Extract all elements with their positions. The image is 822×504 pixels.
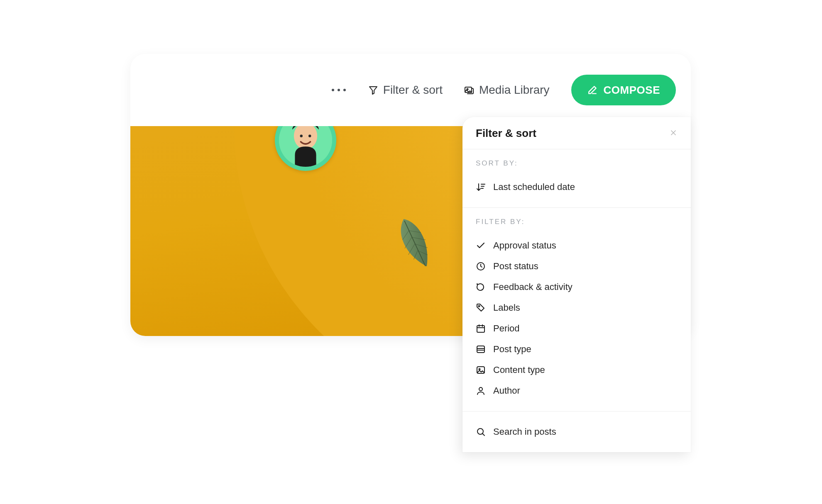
search-icon	[476, 427, 486, 437]
svg-point-5	[300, 135, 303, 137]
folder-image-icon	[464, 85, 474, 95]
filter-option-content-type[interactable]: Content type	[476, 360, 678, 380]
filter-option-approval-status[interactable]: Approval status	[476, 235, 678, 256]
search-in-posts-button[interactable]: Search in posts	[476, 421, 678, 442]
clock-icon	[476, 261, 486, 271]
svg-rect-10	[477, 346, 484, 353]
svg-rect-9	[477, 326, 484, 332]
sort-desc-icon	[476, 182, 486, 192]
check-icon	[476, 241, 486, 251]
sort-option-last-scheduled[interactable]: Last scheduled date	[476, 177, 678, 197]
svg-marker-0	[369, 87, 377, 94]
toolbar: Filter & sort Media Library COMPOSE	[130, 54, 691, 126]
image-icon	[476, 365, 486, 375]
sort-by-heading: SORT BY:	[476, 159, 678, 168]
filter-option-label: Post status	[493, 261, 538, 272]
user-icon	[476, 386, 486, 396]
sort-option-label: Last scheduled date	[493, 182, 575, 192]
tag-icon	[476, 303, 486, 313]
app-stage: Filter & sort Media Library COMPOSE	[130, 54, 691, 187]
search-in-posts-label: Search in posts	[493, 426, 556, 437]
filter-sort-panel: Filter & sort SORT BY: Last scheduled da…	[462, 117, 691, 452]
sort-by-section: SORT BY: Last scheduled date	[462, 149, 691, 208]
media-library-label: Media Library	[479, 83, 550, 97]
leaf-graphic	[386, 210, 443, 278]
filter-option-label: Period	[493, 323, 520, 334]
filter-option-post-status[interactable]: Post status	[476, 256, 678, 277]
svg-point-8	[479, 306, 480, 307]
filter-option-post-type[interactable]: Post type	[476, 339, 678, 360]
calendar-icon	[476, 324, 486, 334]
avatar	[275, 126, 336, 171]
filter-sort-label: Filter & sort	[383, 83, 443, 97]
close-icon	[669, 129, 678, 137]
filter-option-labels[interactable]: Labels	[476, 297, 678, 318]
close-button[interactable]	[669, 129, 678, 139]
svg-point-12	[479, 369, 480, 370]
filter-option-label: Feedback & activity	[493, 282, 572, 292]
svg-point-6	[308, 135, 311, 137]
avatar-illustration	[279, 126, 332, 167]
filter-by-heading: FILTER BY:	[476, 218, 678, 226]
filter-option-label: Content type	[493, 365, 545, 375]
filter-option-label: Author	[493, 385, 520, 396]
svg-point-13	[479, 387, 482, 391]
media-library-button[interactable]: Media Library	[464, 83, 550, 97]
comment-icon	[476, 282, 486, 292]
funnel-icon	[368, 85, 378, 95]
compose-icon	[587, 85, 598, 95]
filter-sort-button[interactable]: Filter & sort	[368, 83, 443, 97]
filter-option-period[interactable]: Period	[476, 318, 678, 339]
filter-option-author[interactable]: Author	[476, 380, 678, 401]
search-section: Search in posts	[462, 411, 691, 452]
more-menu-button[interactable]	[331, 86, 347, 94]
svg-point-2	[467, 89, 468, 90]
filter-option-label: Post type	[493, 344, 531, 355]
user-avatar-bubble	[275, 126, 336, 171]
panel-header: Filter & sort	[462, 117, 691, 149]
compose-label: COMPOSE	[604, 84, 660, 97]
filter-option-feedback-activity[interactable]: Feedback & activity	[476, 277, 678, 297]
image-stack-icon	[476, 344, 486, 354]
panel-title: Filter & sort	[476, 127, 536, 140]
compose-button[interactable]: COMPOSE	[571, 75, 676, 105]
filter-by-section: FILTER BY: Approval status Post status F…	[462, 208, 691, 411]
filter-option-label: Approval status	[493, 240, 556, 251]
filter-option-label: Labels	[493, 302, 520, 313]
